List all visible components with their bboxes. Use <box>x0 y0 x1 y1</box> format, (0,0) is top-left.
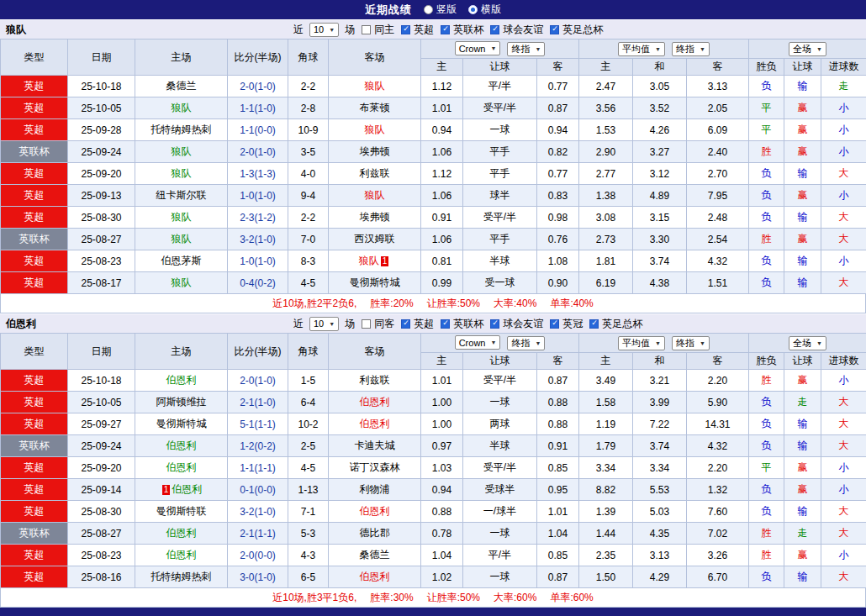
home-team[interactable]: 狼队 <box>172 167 192 179</box>
match-score[interactable]: 2-1(1-1) <box>228 523 288 545</box>
away-team[interactable]: 利兹联 <box>360 374 390 386</box>
match-scope-select[interactable]: 全场▼ <box>789 42 826 56</box>
home-team[interactable]: 曼彻斯特城 <box>156 418 207 429</box>
match-score[interactable]: 1-0(1-0) <box>228 250 288 272</box>
layout-radio-0[interactable]: 竖版 <box>424 3 457 17</box>
home-team[interactable]: 曼彻斯特联 <box>156 505 207 517</box>
away-team[interactable]: 利物浦 <box>360 483 390 495</box>
away-team[interactable]: 曼彻斯特城 <box>350 276 400 288</box>
match-score[interactable]: 2-0(1-0) <box>228 141 288 163</box>
europe-home-odds: 1.81 <box>579 250 633 272</box>
europe-index-select[interactable]: 终指▼ <box>672 336 710 350</box>
match-score[interactable]: 0-4(0-2) <box>228 272 288 294</box>
competition-checkbox-0[interactable] <box>401 25 410 34</box>
away-team[interactable]: 狼队 <box>359 255 379 266</box>
bookmaker-select[interactable]: Crown▼ <box>455 41 501 55</box>
competition-checkbox-3[interactable] <box>550 319 559 329</box>
competition-checkbox-1[interactable] <box>441 319 450 329</box>
home-team[interactable]: 伯恩利 <box>166 461 197 473</box>
away-team[interactable]: 伯恩利 <box>360 571 390 582</box>
match-score[interactable]: 3-2(1-0) <box>228 229 288 250</box>
home-team[interactable]: 托特纳姆热刺 <box>151 124 212 135</box>
match-score[interactable]: 1-1(1-0) <box>228 97 288 119</box>
venue-filter-checkbox[interactable] <box>362 25 371 34</box>
away-team[interactable]: 布莱顿 <box>360 102 390 113</box>
average-select[interactable]: 平均值▼ <box>618 336 665 350</box>
away-team[interactable]: 利兹联 <box>360 167 390 179</box>
asian-index-select[interactable]: 终指▼ <box>507 42 545 56</box>
layout-radio-1[interactable]: 横版 <box>468 3 501 17</box>
competition-checkbox-1[interactable] <box>441 25 450 34</box>
away-team[interactable]: 伯恩利 <box>360 418 390 429</box>
home-team[interactable]: 纽卡斯尔联 <box>156 189 207 201</box>
away-team-cell: 伯恩利 <box>329 392 421 413</box>
column-header: 主场 <box>135 334 228 370</box>
away-team[interactable]: 伯恩利 <box>360 505 390 517</box>
away-team[interactable]: 伯恩利 <box>360 396 390 408</box>
home-team[interactable]: 阿斯顿维拉 <box>156 396 207 408</box>
match-score[interactable]: 2-1(1-0) <box>228 392 288 413</box>
away-team-cell: 利兹联 <box>329 370 421 392</box>
home-team[interactable]: 狼队 <box>172 102 192 113</box>
match-score[interactable]: 1-2(0-2) <box>228 435 288 457</box>
away-team[interactable]: 桑德兰 <box>360 549 390 561</box>
match-score[interactable]: 1-0(1-0) <box>228 185 288 207</box>
competition-checkbox-4[interactable] <box>589 319 599 329</box>
match-score[interactable]: 1-3(1-3) <box>228 163 288 185</box>
away-team[interactable]: 埃弗顿 <box>360 211 390 223</box>
away-team[interactable]: 狼队 <box>365 189 385 201</box>
venue-filter-checkbox[interactable] <box>362 319 371 329</box>
home-team[interactable]: 伯恩利 <box>172 483 202 495</box>
match-score[interactable]: 2-3(1-2) <box>228 207 288 229</box>
away-team[interactable]: 德比郡 <box>360 527 390 539</box>
away-team-cell: 卡迪夫城 <box>329 435 421 457</box>
away-team[interactable]: 诺丁汉森林 <box>350 461 400 473</box>
home-team[interactable]: 伯恩利 <box>166 374 197 386</box>
asian-index-select[interactable]: 终指▼ <box>507 336 545 350</box>
match-score[interactable]: 5-1(1-1) <box>228 413 288 435</box>
competition-checkbox-0[interactable] <box>401 319 410 329</box>
competition-checkbox-2[interactable] <box>490 319 499 329</box>
away-team[interactable]: 埃弗顿 <box>360 145 390 157</box>
asian-home-odds: 0.97 <box>421 435 463 457</box>
recent-count-select[interactable]: 10▼ <box>309 317 339 331</box>
home-team[interactable]: 狼队 <box>172 211 192 223</box>
asian-handicap: 平/半 <box>463 76 537 97</box>
home-team[interactable]: 伯恩利 <box>166 527 197 539</box>
match-score[interactable]: 3-0(1-0) <box>228 566 288 588</box>
europe-draw-odds: 4.89 <box>633 185 687 207</box>
away-team[interactable]: 西汉姆联 <box>355 233 395 245</box>
home-team[interactable]: 伯恩茅斯 <box>161 255 202 266</box>
away-team[interactable]: 狼队 <box>365 124 385 135</box>
home-team[interactable]: 伯恩利 <box>166 549 197 561</box>
bookmaker-select[interactable]: Crown▼ <box>455 335 501 350</box>
home-team[interactable]: 托特纳姆热刺 <box>151 571 212 582</box>
europe-index-select[interactable]: 终指▼ <box>672 42 710 56</box>
summary-part: 胜率:30% <box>370 591 413 605</box>
competition-checkbox-3[interactable] <box>550 25 559 34</box>
europe-away-odds: 7.60 <box>687 501 749 523</box>
home-team[interactable]: 狼队 <box>172 145 192 157</box>
summary-part: 单率:60% <box>550 591 593 605</box>
away-team[interactable]: 狼队 <box>365 80 385 92</box>
handicap-result: 输 <box>784 207 821 229</box>
home-team[interactable]: 伯恩利 <box>166 440 197 451</box>
match-score[interactable]: 2-0(1-0) <box>228 76 288 97</box>
home-team[interactable]: 狼队 <box>172 276 192 288</box>
match-score[interactable]: 3-2(1-0) <box>228 501 288 523</box>
home-team[interactable]: 桑德兰 <box>166 80 197 92</box>
competition-checkbox-2[interactable] <box>490 25 499 34</box>
average-select[interactable]: 平均值▼ <box>618 42 665 56</box>
away-team[interactable]: 卡迪夫城 <box>355 440 395 451</box>
home-team[interactable]: 狼队 <box>172 233 192 245</box>
match-score[interactable]: 1-1(0-0) <box>228 119 288 141</box>
match-scope-select[interactable]: 全场▼ <box>789 336 826 350</box>
competition-cell: 英联杯 <box>1 229 68 250</box>
match-score[interactable]: 2-0(0-0) <box>228 545 288 566</box>
europe-home-odds: 2.35 <box>579 545 633 566</box>
match-score[interactable]: 0-1(0-0) <box>228 479 288 501</box>
match-score[interactable]: 1-1(1-1) <box>228 457 288 479</box>
recent-count-select[interactable]: 10▼ <box>309 23 339 37</box>
match-row: 英超25-08-23伯恩茅斯1-0(1-0)8-3狼队10.81半球1.081.… <box>1 250 866 272</box>
match-score[interactable]: 2-0(1-0) <box>228 370 288 392</box>
